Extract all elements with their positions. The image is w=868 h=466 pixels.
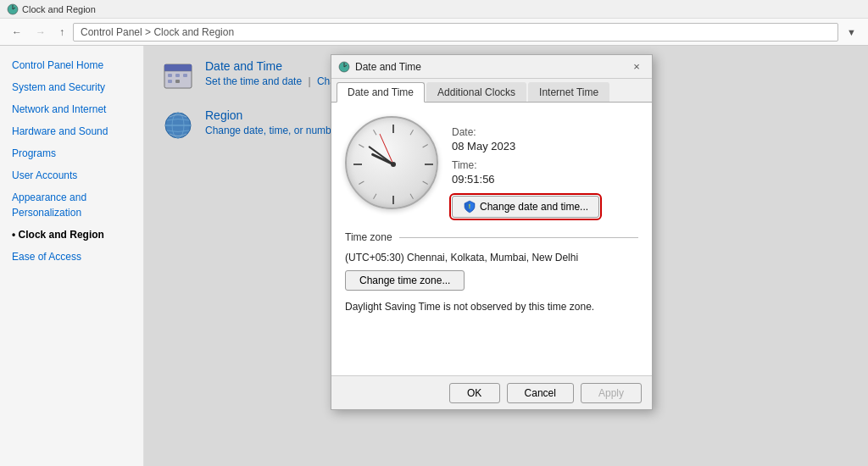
svg-line-29 bbox=[359, 145, 364, 148]
date-label: Date: bbox=[452, 126, 599, 138]
dialog-body: // Will be rendered after body bbox=[331, 103, 652, 375]
svg-line-24 bbox=[410, 194, 414, 199]
apply-button[interactable]: Apply bbox=[581, 383, 642, 403]
sidebar-item-appearance[interactable]: Appearance and Personalization bbox=[0, 186, 143, 224]
clock-section: // Will be rendered after body bbox=[345, 116, 638, 218]
sidebar-item-ease-of-access[interactable]: Ease of Access bbox=[0, 246, 143, 268]
svg-text:!: ! bbox=[469, 203, 470, 209]
sidebar: Control Panel Home System and Security N… bbox=[0, 46, 144, 466]
main-container: Control Panel Home System and Security N… bbox=[0, 46, 868, 466]
sidebar-item-programs[interactable]: Programs bbox=[0, 142, 143, 164]
ok-button[interactable]: OK bbox=[449, 383, 500, 403]
tz-label: Time zone bbox=[345, 231, 392, 243]
change-tz-label: Change time zone... bbox=[359, 275, 450, 286]
dialog-footer: OK Cancel Apply bbox=[331, 375, 652, 409]
dialog-titlebar: Date and Time × bbox=[331, 55, 652, 79]
tab-date-time[interactable]: Date and Time bbox=[337, 82, 425, 103]
analog-clock: // Will be rendered after body bbox=[345, 116, 438, 209]
svg-line-26 bbox=[374, 194, 377, 199]
cancel-button[interactable]: Cancel bbox=[507, 383, 574, 403]
date-time-dialog: Date and Time × Date and Time Additional… bbox=[331, 54, 653, 410]
dialog-tabs: Date and Time Additional Clocks Internet… bbox=[331, 79, 652, 103]
address-path: Control Panel > Clock and Region bbox=[73, 23, 838, 42]
content-area: Date and Time Set the time and date | Ch… bbox=[144, 46, 868, 466]
tab-additional-clocks[interactable]: Additional Clocks bbox=[426, 82, 526, 102]
shield-icon: ! bbox=[463, 200, 476, 214]
datetime-info: Date: 08 May 2023 Time: 09:51:56 ! Ch bbox=[452, 116, 599, 218]
clock-face bbox=[347, 118, 440, 211]
address-bar: ← → ↑ Control Panel > Clock and Region ▼ bbox=[0, 19, 868, 46]
dialog-icon bbox=[338, 61, 350, 73]
dialog-titlebar-left: Date and Time bbox=[338, 61, 421, 73]
tz-line bbox=[399, 237, 638, 238]
dst-note: Daylight Saving Time is not observed by … bbox=[345, 301, 638, 313]
address-dropdown-btn[interactable]: ▼ bbox=[842, 25, 861, 40]
time-value: 09:51:56 bbox=[452, 173, 599, 186]
sidebar-item-clock-region[interactable]: Clock and Region bbox=[0, 224, 143, 246]
clock-center-dot bbox=[391, 162, 396, 167]
window-icon bbox=[7, 3, 19, 15]
dialog-overlay: Date and Time × Date and Time Additional… bbox=[144, 46, 868, 466]
svg-line-27 bbox=[359, 181, 364, 185]
change-date-button[interactable]: ! Change date and time... bbox=[452, 196, 599, 218]
svg-line-30 bbox=[374, 130, 377, 135]
sidebar-item-control-panel-home[interactable]: Control Panel Home bbox=[0, 54, 143, 76]
forward-button[interactable]: → bbox=[31, 24, 51, 41]
dialog-close-button[interactable]: × bbox=[628, 59, 645, 75]
path-text: Control Panel > Clock and Region bbox=[81, 26, 234, 38]
tz-value: (UTC+05:30) Chennai, Kolkata, Mumbai, Ne… bbox=[345, 252, 638, 264]
timezone-section: Time zone (UTC+05:30) Chennai, Kolkata, … bbox=[345, 231, 638, 313]
svg-line-23 bbox=[423, 181, 428, 185]
title-bar: Clock and Region bbox=[0, 0, 868, 19]
window-title: Clock and Region bbox=[22, 4, 96, 14]
change-tz-button[interactable]: Change time zone... bbox=[345, 270, 465, 291]
back-button[interactable]: ← bbox=[7, 24, 27, 41]
sidebar-item-system-security[interactable]: System and Security bbox=[0, 76, 143, 98]
dialog-title: Date and Time bbox=[355, 61, 421, 73]
up-button[interactable]: ↑ bbox=[54, 24, 70, 41]
sidebar-item-network-internet[interactable]: Network and Internet bbox=[0, 98, 143, 120]
date-value: 08 May 2023 bbox=[452, 140, 599, 153]
tz-divider: Time zone bbox=[345, 231, 638, 243]
sidebar-item-user-accounts[interactable]: User Accounts bbox=[0, 164, 143, 186]
svg-line-20 bbox=[410, 130, 414, 135]
tab-internet-time[interactable]: Internet Time bbox=[528, 82, 609, 102]
sidebar-item-hardware-sound[interactable]: Hardware and Sound bbox=[0, 120, 143, 142]
change-date-label: Change date and time... bbox=[480, 201, 588, 213]
svg-line-21 bbox=[423, 145, 428, 148]
time-label: Time: bbox=[452, 159, 599, 171]
